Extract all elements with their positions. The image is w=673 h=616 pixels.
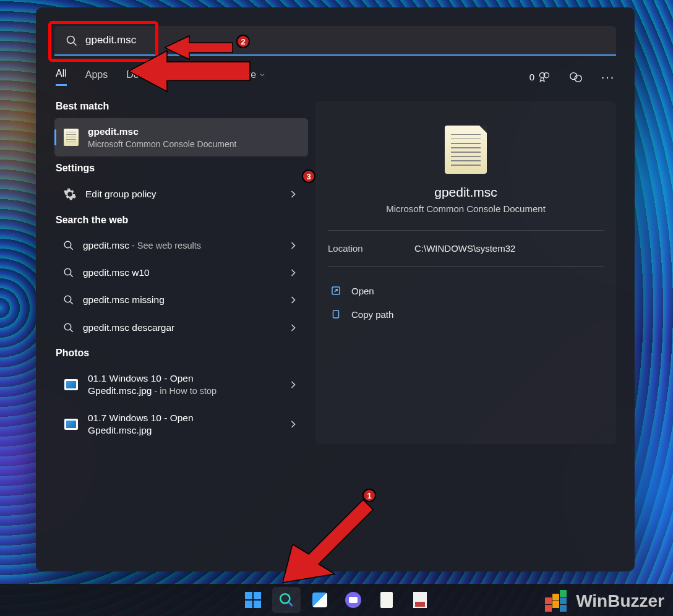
chevron-right-icon bbox=[287, 418, 299, 430]
section-settings-label: Settings bbox=[56, 163, 308, 174]
photo-line2-rest: .jpg bbox=[136, 385, 152, 396]
photo-line2-rest: .jpg bbox=[136, 425, 152, 435]
chat-header-icon[interactable] bbox=[569, 71, 583, 84]
photo-line2-bold: Gpedit.msc bbox=[88, 425, 136, 435]
chevron-right-icon bbox=[287, 294, 299, 306]
svg-line-20 bbox=[289, 602, 293, 606]
divider bbox=[328, 230, 604, 231]
svg-line-9 bbox=[70, 247, 73, 250]
web-item-text: gpedit.msc - See web results bbox=[83, 239, 278, 252]
svg-line-15 bbox=[70, 329, 73, 332]
photo-item-text: 01.1 Windows 10 - Open Gpedit.msc.jpg - … bbox=[88, 372, 278, 397]
action-copy-path[interactable]: Copy path bbox=[328, 302, 604, 326]
best-match-text: gpedit.msc Microsoft Common Console Docu… bbox=[88, 126, 299, 149]
web-item-text: gpedit.msc w10 bbox=[83, 267, 278, 279]
svg-point-0 bbox=[67, 36, 75, 44]
results-left-column: Best match gpedit.msc Microsoft Common C… bbox=[54, 101, 308, 444]
notepad-icon bbox=[380, 592, 393, 608]
action-open-label: Open bbox=[351, 286, 374, 296]
image-icon bbox=[63, 416, 79, 432]
search-icon bbox=[66, 35, 78, 47]
best-match-result[interactable]: gpedit.msc Microsoft Common Console Docu… bbox=[54, 118, 308, 156]
chevron-right-icon bbox=[287, 267, 299, 279]
taskbar-widgets-button[interactable] bbox=[306, 587, 334, 613]
tab-all[interactable]: All bbox=[56, 68, 67, 86]
best-match-title: gpedit.msc bbox=[88, 126, 139, 137]
photo-item-text: 01.7 Windows 10 - Open Gpedit.msc.jpg bbox=[88, 412, 278, 437]
divider bbox=[328, 266, 604, 267]
taskbar-search-button[interactable] bbox=[272, 587, 301, 613]
start-button[interactable] bbox=[239, 587, 267, 613]
document-icon bbox=[63, 129, 79, 145]
settings-item-title: Edit group policy bbox=[85, 188, 278, 200]
tab-web[interactable]: Web bbox=[195, 69, 215, 85]
action-open[interactable]: Open bbox=[328, 279, 604, 302]
svg-line-11 bbox=[70, 275, 73, 278]
photo-meta: - in How to stop bbox=[152, 386, 216, 396]
chevron-down-icon bbox=[259, 71, 266, 79]
photo-line1: 01.1 Windows 10 - Open bbox=[88, 372, 278, 385]
chevron-right-icon bbox=[287, 188, 299, 200]
section-photos-label: Photos bbox=[56, 348, 308, 359]
search-icon bbox=[63, 267, 74, 278]
web-result-item[interactable]: gpedit.msc missing bbox=[54, 286, 308, 314]
web-item-bold: missing bbox=[132, 294, 165, 305]
open-icon bbox=[330, 285, 341, 296]
search-input[interactable] bbox=[54, 26, 616, 56]
search-icon bbox=[63, 240, 74, 251]
photo-result-item[interactable]: 01.7 Windows 10 - Open Gpedit.msc.jpg bbox=[54, 404, 308, 444]
svg-line-13 bbox=[70, 302, 73, 305]
web-item-bold: w10 bbox=[132, 267, 149, 278]
detail-value: C:\WINDOWS\system32 bbox=[414, 243, 515, 254]
filter-tabs: All Apps Documents Web More 0 ··· bbox=[54, 68, 616, 86]
web-item-text: gpedit.msc missing bbox=[83, 294, 278, 306]
document-icon bbox=[445, 126, 487, 174]
rewards-counter[interactable]: 0 bbox=[529, 71, 551, 83]
photo-line1: 01.7 Windows 10 - Open bbox=[88, 412, 278, 424]
search-icon bbox=[278, 592, 294, 608]
svg-rect-17 bbox=[333, 310, 339, 318]
search-icon bbox=[63, 322, 74, 333]
settings-result-item[interactable]: Edit group policy bbox=[54, 180, 308, 208]
web-item-suffix: - See web results bbox=[129, 241, 201, 250]
photo-result-item[interactable]: 01.1 Windows 10 - Open Gpedit.msc.jpg - … bbox=[54, 365, 308, 404]
preview-pane: gpedit.msc Microsoft Common Console Docu… bbox=[315, 101, 616, 444]
taskbar-chat-button[interactable] bbox=[339, 587, 367, 613]
preview-title: gpedit.msc bbox=[328, 185, 604, 200]
windows-logo-icon bbox=[245, 592, 261, 608]
tab-documents[interactable]: Documents bbox=[126, 69, 176, 85]
widgets-icon bbox=[312, 592, 327, 607]
start-search-panel: 2 All Apps Documents Web More 0 ··· Best… bbox=[36, 7, 635, 571]
watermark-logo-icon bbox=[545, 590, 570, 612]
tab-more[interactable]: More bbox=[234, 69, 266, 85]
web-item-prefix: gpedit.msc bbox=[83, 267, 132, 278]
section-best-match-label: Best match bbox=[56, 101, 308, 112]
taskbar-notepad-button[interactable] bbox=[372, 587, 401, 613]
photo-line2-bold: Gpedit.msc bbox=[88, 385, 136, 396]
web-result-item[interactable]: gpedit.msc w10 bbox=[54, 259, 308, 286]
web-result-item[interactable]: gpedit.msc descargar bbox=[54, 314, 308, 341]
section-web-label: Search the web bbox=[56, 215, 308, 226]
svg-point-8 bbox=[64, 241, 71, 248]
action-copy-label: Copy path bbox=[351, 309, 393, 320]
taskbar-snip-button[interactable] bbox=[406, 587, 434, 613]
image-icon bbox=[63, 377, 79, 393]
detail-label: Location bbox=[328, 243, 414, 254]
copy-icon bbox=[330, 309, 341, 320]
svg-line-1 bbox=[74, 43, 77, 46]
settings-item-text: Edit group policy bbox=[85, 188, 278, 200]
web-item-prefix: gpedit.msc bbox=[83, 322, 132, 333]
svg-point-14 bbox=[64, 323, 71, 330]
chevron-right-icon bbox=[287, 239, 299, 252]
preview-header: gpedit.msc Microsoft Common Console Docu… bbox=[328, 126, 604, 214]
annotation-badge-1: 1 bbox=[362, 489, 376, 502]
web-result-item[interactable]: gpedit.msc - See web results bbox=[54, 232, 308, 259]
chevron-right-icon bbox=[287, 322, 299, 334]
search-box-container: 2 bbox=[54, 26, 616, 56]
watermark-text: WinBuzzer bbox=[576, 591, 664, 611]
best-match-subtitle: Microsoft Common Console Document bbox=[88, 139, 299, 149]
tab-apps[interactable]: Apps bbox=[85, 69, 108, 85]
rewards-count-value: 0 bbox=[529, 72, 534, 82]
more-options-button[interactable]: ··· bbox=[601, 71, 615, 84]
annotation-badge-2: 2 bbox=[236, 35, 250, 48]
